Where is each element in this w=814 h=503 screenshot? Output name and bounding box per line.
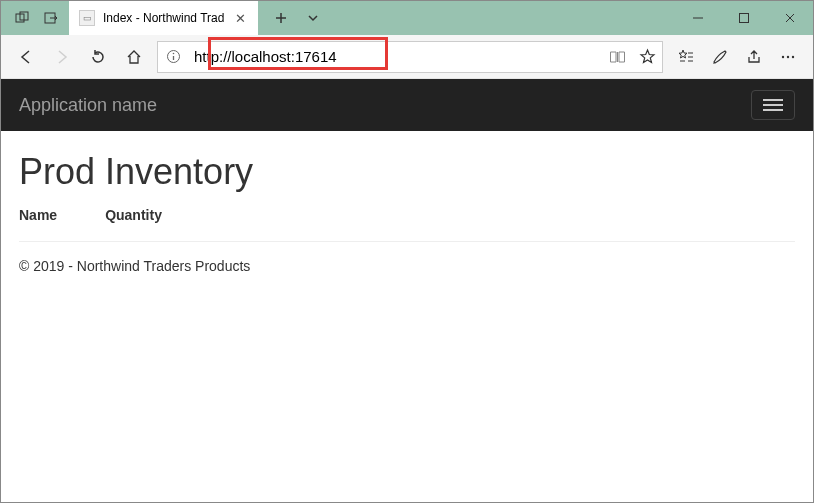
minimize-button[interactable] [675, 1, 721, 35]
hamburger-bar [763, 104, 783, 106]
close-window-button[interactable] [767, 1, 813, 35]
close-tab-button[interactable]: ✕ [232, 10, 248, 26]
site-info-icon[interactable] [158, 49, 188, 64]
reading-view-icon[interactable] [602, 42, 632, 72]
webpage-viewport: Application name Prod Inventory Name Qua… [1, 79, 813, 294]
address-right-icons [602, 42, 662, 72]
refresh-button[interactable] [81, 40, 115, 74]
app-navbar: Application name [1, 79, 813, 131]
favorites-list-icon[interactable] [669, 40, 703, 74]
browser-toolbar [1, 35, 813, 79]
column-header-name: Name [19, 207, 57, 223]
titlebar-left-group [1, 5, 65, 31]
page-content: Prod Inventory Name Quantity © 2019 - No… [1, 131, 813, 294]
tab-strip-actions [258, 5, 326, 31]
column-header-quantity: Quantity [105, 207, 162, 223]
notes-icon[interactable] [703, 40, 737, 74]
svg-point-7 [787, 55, 789, 57]
table-header-row: Name Quantity [19, 207, 795, 241]
toolbar-right-group [669, 40, 805, 74]
svg-rect-3 [740, 14, 749, 23]
share-icon[interactable] [737, 40, 771, 74]
url-input[interactable] [188, 48, 602, 65]
tab-title: Index - Northwind Trad [103, 11, 224, 25]
browser-tab[interactable]: ▭ Index - Northwind Trad ✕ [69, 1, 258, 35]
address-bar[interactable] [157, 41, 663, 73]
page-footer: © 2019 - Northwind Traders Products [19, 258, 795, 274]
hamburger-bar [763, 99, 783, 101]
svg-point-5 [172, 53, 174, 55]
forward-button [45, 40, 79, 74]
svg-point-6 [782, 55, 784, 57]
tab-actions-icon[interactable] [9, 5, 35, 31]
set-aside-tabs-icon[interactable] [39, 5, 65, 31]
home-button[interactable] [117, 40, 151, 74]
window-controls [675, 1, 813, 35]
favicon-icon: ▭ [79, 10, 95, 26]
new-tab-button[interactable] [268, 5, 294, 31]
favorite-star-icon[interactable] [632, 42, 662, 72]
window-titlebar: ▭ Index - Northwind Trad ✕ [1, 1, 813, 35]
maximize-button[interactable] [721, 1, 767, 35]
page-heading: Prod Inventory [19, 151, 795, 193]
brand-link[interactable]: Application name [19, 95, 157, 116]
hamburger-bar [763, 109, 783, 111]
divider [19, 241, 795, 242]
tab-preview-toggle[interactable] [300, 5, 326, 31]
more-menu-icon[interactable] [771, 40, 805, 74]
svg-point-8 [792, 55, 794, 57]
nav-toggle-button[interactable] [751, 90, 795, 120]
back-button[interactable] [9, 40, 43, 74]
